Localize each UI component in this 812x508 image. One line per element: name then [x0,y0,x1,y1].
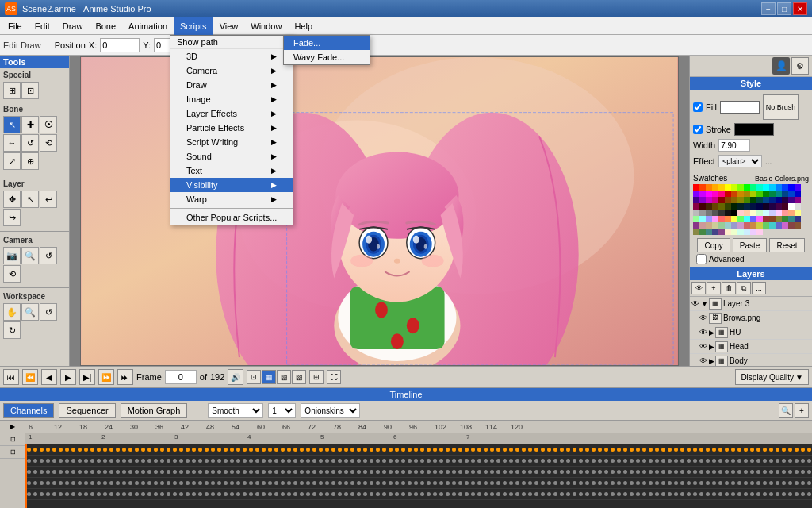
tool-ws-3[interactable]: ↺ [40,303,57,321]
color-cell[interactable] [712,222,718,229]
tool-ws-4[interactable]: ↻ [3,321,21,339]
color-cell[interactable] [795,184,801,190]
smooth-select[interactable]: Smooth Linear Step [208,403,263,418]
menu-particle-effects[interactable]: Particle Effects ▶ [170,121,293,135]
color-cell[interactable] [750,222,756,229]
color-cell[interactable] [795,197,801,203]
color-cell[interactable] [718,210,725,216]
color-cell[interactable] [763,190,769,197]
color-cell[interactable] [788,184,795,190]
color-cell[interactable] [744,216,750,222]
color-cell[interactable] [763,210,769,216]
color-cell[interactable] [699,216,706,222]
width-input[interactable] [718,139,750,152]
stroke-color-swatch[interactable] [734,123,774,136]
tool-bone-7[interactable]: ⤢ [3,152,21,170]
color-cell[interactable] [744,197,750,203]
tool-ws-1[interactable]: ✋ [3,303,21,321]
tool-bone-5[interactable]: ↺ [21,134,39,152]
color-cell[interactable] [788,190,795,197]
skip-end-button[interactable]: ⏭ [117,369,133,385]
fill-color-swatch[interactable] [720,101,760,114]
color-cell[interactable] [756,216,763,222]
menu-draw[interactable]: Draw [56,17,90,35]
color-cell[interactable] [756,210,763,216]
tool-camera-4[interactable]: ⟲ [3,265,21,283]
view-btn-4[interactable]: ▨ [292,370,306,384]
fit-btn[interactable]: ⊞ [309,370,324,384]
layer-row-hu[interactable]: 👁 ▶ ▦ HU [690,325,812,340]
color-cell[interactable] [693,210,699,216]
tool-layer-4[interactable]: ↪ [3,209,21,226]
color-cell[interactable] [706,216,712,222]
color-cell[interactable] [763,216,769,222]
fill-checkbox[interactable] [693,102,703,112]
menu-image[interactable]: Image ▶ [170,92,293,106]
maximize-button[interactable]: □ [777,2,791,15]
color-cell[interactable] [763,184,769,190]
color-cell[interactable] [782,203,788,210]
tool-bone-2[interactable]: ✚ [21,116,39,133]
color-cell[interactable] [795,216,801,222]
color-cell[interactable] [776,203,782,210]
menu-view[interactable]: View [213,17,245,35]
submenu-wavy-fade[interactable]: Wavy Fade... [284,50,370,64]
color-cell[interactable] [763,203,769,210]
color-cell[interactable] [725,229,731,235]
color-cell[interactable] [744,210,750,216]
tab-sequencer[interactable]: Sequencer [59,403,115,418]
menu-scripts[interactable]: Scripts [174,17,213,35]
color-cell[interactable] [776,190,782,197]
stroke-checkbox[interactable] [693,125,703,134]
color-cell[interactable] [756,229,763,235]
zoom-in-button[interactable]: + [795,403,809,418]
color-cell[interactable] [699,229,706,235]
color-cell[interactable] [776,222,782,229]
color-cell[interactable] [731,203,737,210]
color-cell[interactable] [737,197,744,203]
tool-bone-8[interactable]: ⊕ [21,152,39,170]
color-cell[interactable] [769,197,776,203]
tool-camera-1[interactable]: 📷 [3,247,21,264]
color-cell[interactable] [776,210,782,216]
audio-button[interactable]: 🔊 [228,369,243,385]
color-cell[interactable] [718,216,725,222]
color-cell[interactable] [795,222,801,229]
view-btn-2[interactable]: ▦ [262,370,276,384]
color-cell[interactable] [712,203,718,210]
copy-button[interactable]: Copy [697,238,730,252]
color-cell[interactable] [693,222,699,229]
color-cell[interactable] [731,222,737,229]
color-cell[interactable] [795,203,801,210]
color-cell[interactable] [725,197,731,203]
color-cell[interactable] [782,184,788,190]
menu-visibility[interactable]: Visibility ▶ [170,178,293,192]
color-cell[interactable] [693,229,699,235]
color-cell[interactable] [750,203,756,210]
color-cell[interactable] [769,184,776,190]
color-cell[interactable] [769,222,776,229]
tool-bone-3[interactable]: ⦿ [40,116,57,133]
no-brush-button[interactable]: No Brush [763,94,799,120]
fullscreen-btn[interactable]: ⛶ [327,370,341,384]
step-fwd-button[interactable]: ⏩ [98,369,114,385]
x-input[interactable] [100,38,140,52]
prev-frame-button[interactable]: ◀ [41,369,57,385]
layers-eye-btn[interactable]: 👁 [691,282,706,294]
color-cell[interactable] [776,197,782,203]
color-cell[interactable] [731,229,737,235]
tool-camera-3[interactable]: ↺ [40,247,57,264]
tool-ws-2[interactable]: 🔍 [21,303,39,321]
color-cell[interactable] [744,229,750,235]
color-cell[interactable] [699,190,706,197]
menu-3d[interactable]: 3D ▶ [170,49,293,64]
color-cell[interactable] [756,222,763,229]
color-cell[interactable] [706,203,712,210]
color-cell[interactable] [706,184,712,190]
tool-layer-3[interactable]: ↩ [40,190,57,208]
color-cell[interactable] [731,197,737,203]
color-cell[interactable] [737,203,744,210]
layers-more-btn[interactable]: ... [752,282,766,294]
color-cell[interactable] [718,203,725,210]
color-cell[interactable] [782,222,788,229]
